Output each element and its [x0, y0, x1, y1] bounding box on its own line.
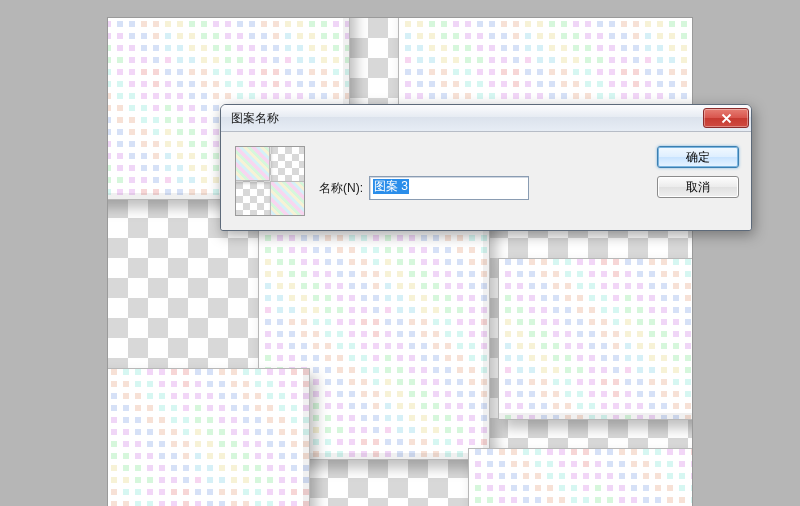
dialog-titlebar[interactable]: 图案名称 — [221, 105, 751, 132]
close-icon — [721, 113, 732, 124]
pattern-tile — [468, 448, 692, 506]
pattern-preview — [235, 146, 305, 216]
pattern-name-input[interactable] — [369, 176, 529, 200]
document-canvas — [108, 18, 692, 506]
pattern-tile — [108, 368, 310, 506]
dialog-body: 名称(N): 图案 3 确定 取消 — [221, 132, 751, 230]
dialog-title: 图案名称 — [231, 110, 279, 127]
pattern-name-dialog: 图案名称 名称(N): 图案 3 确定 取消 — [220, 104, 752, 231]
close-button[interactable] — [703, 108, 749, 128]
cancel-button[interactable]: 取消 — [657, 176, 739, 198]
dialog-buttons: 确定 取消 — [657, 146, 739, 216]
name-field-row: 名称(N): 图案 3 — [319, 160, 643, 216]
name-label: 名称(N): — [319, 180, 363, 197]
pattern-tile — [498, 258, 692, 420]
ok-button[interactable]: 确定 — [657, 146, 739, 168]
preview-tile — [235, 146, 270, 181]
preview-tile — [270, 181, 305, 216]
